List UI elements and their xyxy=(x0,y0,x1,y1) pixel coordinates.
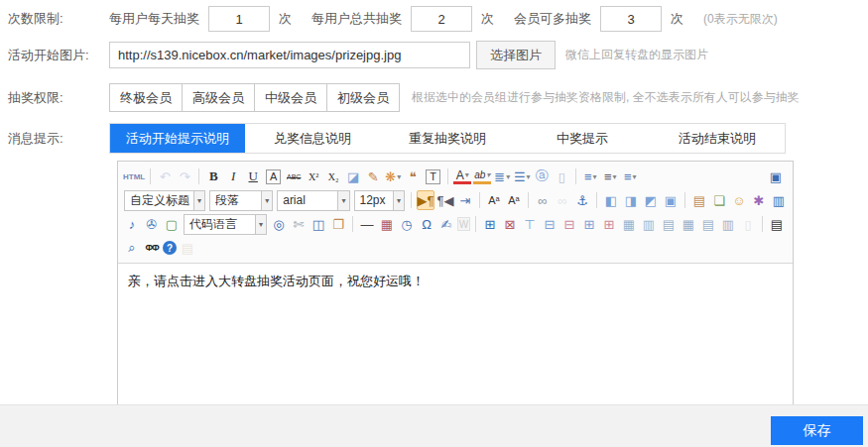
font-border-icon[interactable]: A xyxy=(266,169,281,184)
format-painter-icon[interactable]: ✎ xyxy=(364,167,382,186)
bold-icon[interactable]: B xyxy=(204,167,222,186)
dropdown-arrow-icon[interactable]: ▾ xyxy=(337,191,348,210)
image-inline-icon[interactable]: ◨ xyxy=(622,190,640,210)
member-group-button[interactable]: 高级会员 xyxy=(182,83,255,112)
print-icon[interactable]: ▤ xyxy=(768,214,786,234)
insert-table-icon[interactable]: ⊞ xyxy=(481,214,499,234)
editor-content[interactable]: 亲，请点击进入大转盘抽奖活动页面，祝您好运哦！ xyxy=(118,264,793,409)
font-size-select[interactable]: 12px▾ xyxy=(354,190,406,211)
line-height-icon[interactable]: ≡▾ xyxy=(621,167,639,186)
code-language-select[interactable]: 代码语言▾ xyxy=(184,214,267,235)
quick-doc-icon[interactable]: ✍ xyxy=(437,214,455,234)
font-family-select[interactable]: arial▾ xyxy=(277,190,349,211)
limit-count-input[interactable] xyxy=(600,6,662,32)
image-album-icon[interactable]: ❏ xyxy=(710,190,728,210)
insert-code-icon[interactable]: ▢ xyxy=(163,214,181,234)
indent-icon[interactable]: ⇥ xyxy=(456,190,474,210)
image-center-icon[interactable]: ▣ xyxy=(662,190,680,210)
strikethrough-icon[interactable]: ABC xyxy=(285,167,303,186)
preview-icon[interactable]: ⌕ xyxy=(123,238,141,258)
calendar-icon[interactable]: ▦ xyxy=(378,214,396,234)
insert-col-icon[interactable]: ⊞ xyxy=(580,214,598,234)
help-icon[interactable]: ? xyxy=(163,241,177,255)
message-tab[interactable]: 兑奖信息说明 xyxy=(245,124,380,153)
html-source-icon[interactable]: HTML xyxy=(123,167,145,186)
dropdown-arrow-icon[interactable]: ▾ xyxy=(261,191,272,210)
scrawl-icon[interactable]: ✱ xyxy=(750,190,768,210)
dropdown-arrow-icon[interactable]: ▾ xyxy=(393,191,404,210)
subscript-icon[interactable]: X₂ xyxy=(324,167,342,186)
split-cells-icon[interactable]: ▦ xyxy=(680,214,697,234)
superscript-icon[interactable]: X² xyxy=(305,167,322,186)
auto-typeset-icon[interactable]: ❋▾ xyxy=(384,167,402,186)
merge-down-icon[interactable]: ▤ xyxy=(660,214,678,234)
member-group-button[interactable]: 中级会员 xyxy=(254,83,327,112)
find-replace-icon[interactable]: ФФ xyxy=(143,238,161,258)
snapshot-icon[interactable]: ❐ xyxy=(329,214,347,234)
undo-icon[interactable]: ↶ xyxy=(156,167,174,186)
message-tab[interactable]: 活动开始提示说明 xyxy=(110,124,245,153)
attachment-icon[interactable]: ✇ xyxy=(143,214,161,234)
save-button[interactable]: 保存 xyxy=(771,416,863,445)
dropdown-arrow-icon[interactable]: ▾ xyxy=(255,215,266,234)
insert-image-icon[interactable]: ▤ xyxy=(690,190,708,210)
redo-icon[interactable]: ↷ xyxy=(176,167,193,186)
lowercase-icon[interactable]: Aᵃ xyxy=(505,190,523,210)
font-color-icon[interactable]: A▾ xyxy=(453,168,471,184)
image-left-icon[interactable]: ◧ xyxy=(602,190,620,210)
paste-icon[interactable]: ▤ xyxy=(179,238,196,258)
link-icon[interactable]: ∞ xyxy=(534,190,552,210)
new-document-icon[interactable]: ▯ xyxy=(553,167,570,186)
message-tab[interactable]: 重复抽奖说明 xyxy=(380,124,515,153)
dropdown-arrow-icon[interactable]: ▾ xyxy=(193,191,204,210)
member-group-button[interactable]: 终极会员 xyxy=(109,83,183,112)
member-group-button[interactable]: 初级会员 xyxy=(326,83,400,112)
omega-icon[interactable]: Ω xyxy=(418,214,435,234)
delete-table-icon[interactable]: ⊠ xyxy=(501,214,519,234)
message-tab[interactable]: 中奖提示 xyxy=(515,124,650,153)
indent-align-icon[interactable]: ≡▾ xyxy=(581,167,599,186)
delete-row-icon[interactable]: ⊟ xyxy=(560,214,578,234)
merge-cells-icon[interactable]: ▦ xyxy=(620,214,638,234)
image-right-icon[interactable]: ◩ xyxy=(642,190,660,210)
anchor-a-icon[interactable]: ⓐ xyxy=(533,167,551,186)
video-icon[interactable]: ▥ xyxy=(770,190,788,210)
underline-icon[interactable]: U xyxy=(244,167,262,186)
limit-count-input[interactable] xyxy=(411,6,472,32)
table-title-icon[interactable]: ⊤ xyxy=(521,214,539,234)
doc-template-icon[interactable]: ▯ xyxy=(739,214,757,234)
start-image-url-input[interactable] xyxy=(109,42,470,68)
highlight-color-icon[interactable]: ab▾ xyxy=(473,168,491,184)
text-align-icon[interactable]: ≡▾ xyxy=(601,167,619,186)
merge-right-icon[interactable]: ▥ xyxy=(640,214,658,234)
horizontal-rule-icon[interactable]: — xyxy=(358,214,376,234)
uppercase-icon[interactable]: Aᵃ xyxy=(485,190,503,210)
split-col-icon[interactable]: ▥ xyxy=(719,214,737,234)
eraser-icon[interactable]: ◪ xyxy=(344,167,362,186)
anchor-icon[interactable]: ⚓ xyxy=(573,190,591,210)
limit-count-input[interactable] xyxy=(208,6,270,32)
message-tab[interactable]: 活动结束说明 xyxy=(650,124,785,153)
custom-title-select[interactable]: 自定义标题▾ xyxy=(124,190,205,211)
italic-icon[interactable]: I xyxy=(224,167,242,186)
split-row-icon[interactable]: ▤ xyxy=(699,214,717,234)
paste-text-icon[interactable]: T xyxy=(426,169,440,184)
ltr-paragraph-icon[interactable]: ▶¶ xyxy=(417,190,434,210)
emoticon-icon[interactable]: ☺ xyxy=(730,190,748,210)
unordered-list-icon[interactable]: ☰▾ xyxy=(513,167,531,186)
unlink-icon[interactable]: ∞ xyxy=(554,190,571,210)
blockquote-icon[interactable]: ❝ xyxy=(404,167,422,186)
choose-image-button[interactable]: 选择图片 xyxy=(476,41,556,69)
paragraph-select[interactable]: 段落▾ xyxy=(209,190,273,211)
music-icon[interactable]: ♪ xyxy=(123,214,141,234)
iframe-icon[interactable]: ◫ xyxy=(310,214,327,234)
delete-col-icon[interactable]: ⊞ xyxy=(600,214,618,234)
ordered-list-icon[interactable]: ≣▾ xyxy=(493,167,511,186)
word-import-icon[interactable]: W xyxy=(457,217,470,231)
flash-icon[interactable]: ◎ xyxy=(270,214,288,234)
insert-row-icon[interactable]: ⊟ xyxy=(541,214,558,234)
clock-icon[interactable]: ◷ xyxy=(398,214,416,234)
fullscreen-icon[interactable]: ▣ xyxy=(767,167,785,186)
rtl-paragraph-icon[interactable]: ¶◀ xyxy=(436,190,454,210)
pagebreak-icon[interactable]: ✄ xyxy=(290,214,308,234)
